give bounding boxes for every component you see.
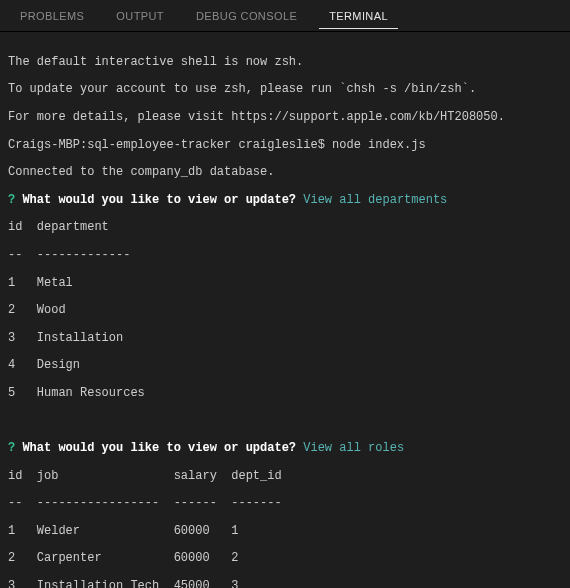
prompt-line: ? What would you like to view or update?… [8, 194, 562, 208]
table-header: id department [8, 221, 562, 235]
shell-notice-line: To update your account to use zsh, pleas… [8, 83, 562, 97]
table-sep: -- ------------- [8, 249, 562, 263]
shell-notice-line: For more details, please visit https://s… [8, 111, 562, 125]
shell-notice-line: The default interactive shell is now zsh… [8, 56, 562, 70]
table-row: 2 Carpenter 60000 2 [8, 552, 562, 566]
prompt-answer: View all departments [303, 193, 447, 207]
blank-line [8, 415, 562, 429]
table-row: 1 Welder 60000 1 [8, 525, 562, 539]
table-row: 5 Human Resources [8, 387, 562, 401]
prompt-question: What would you like to view or update? [22, 441, 296, 455]
terminal-output[interactable]: The default interactive shell is now zsh… [0, 32, 570, 588]
tab-terminal[interactable]: TERMINAL [319, 2, 398, 30]
tab-debug-console[interactable]: DEBUG CONSOLE [186, 2, 307, 29]
table-row: 3 Installation [8, 332, 562, 346]
tab-output[interactable]: OUTPUT [106, 2, 174, 29]
table-row: 4 Design [8, 359, 562, 373]
prompt-answer: View all roles [303, 441, 404, 455]
table-row: 3 Installation Tech 45000 3 [8, 580, 562, 588]
shell-prompt-line: Craigs-MBP:sql-employee-tracker craigles… [8, 139, 562, 153]
panel-tabbar: PROBLEMS OUTPUT DEBUG CONSOLE TERMINAL [0, 0, 570, 32]
table-row: 1 Metal [8, 277, 562, 291]
db-connected-line: Connected to the company_db database. [8, 166, 562, 180]
table-header: id job salary dept_id [8, 470, 562, 484]
inline-command: `chsh -s /bin/zsh` [339, 82, 469, 96]
table-sep: -- ----------------- ------ ------- [8, 497, 562, 511]
prompt-question: What would you like to view or update? [22, 193, 296, 207]
prompt-qmark-icon: ? [8, 441, 15, 455]
tab-problems[interactable]: PROBLEMS [10, 2, 94, 29]
table-row: 2 Wood [8, 304, 562, 318]
prompt-line: ? What would you like to view or update?… [8, 442, 562, 456]
prompt-qmark-icon: ? [8, 193, 15, 207]
support-url: https://support.apple.com/kb/HT208050 [231, 110, 497, 124]
